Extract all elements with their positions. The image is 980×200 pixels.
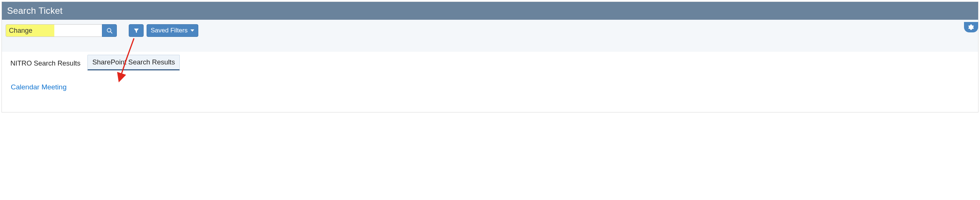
saved-filters-label: Saved Filters — [151, 27, 188, 34]
results-area: NITRO Search Results SharePoint Search R… — [2, 52, 978, 112]
search-icon — [107, 27, 113, 34]
search-result-link[interactable]: Calendar Meeting — [6, 81, 72, 93]
chevron-down-icon — [191, 29, 194, 32]
search-input[interactable] — [6, 24, 102, 37]
toolbar: Saved Filters — [2, 20, 978, 52]
svg-line-1 — [110, 31, 112, 33]
app-panel: Search Ticket Saved Filters — [2, 2, 978, 112]
gear-icon — [968, 24, 974, 30]
saved-filters-button[interactable]: Saved Filters — [146, 24, 198, 37]
tab-sharepoint-results[interactable]: SharePoint Search Results — [88, 55, 180, 70]
search-button[interactable] — [102, 24, 117, 37]
settings-button[interactable] — [964, 22, 978, 32]
filter-button[interactable] — [129, 24, 144, 37]
tab-nitro-results[interactable]: NITRO Search Results — [6, 56, 85, 70]
filter-icon — [133, 27, 140, 34]
svg-point-0 — [107, 28, 111, 32]
toolbar-row: Saved Filters — [6, 24, 974, 37]
page-title: Search Ticket — [2, 2, 978, 20]
search-group — [6, 24, 117, 37]
results-tabs: NITRO Search Results SharePoint Search R… — [6, 55, 974, 70]
